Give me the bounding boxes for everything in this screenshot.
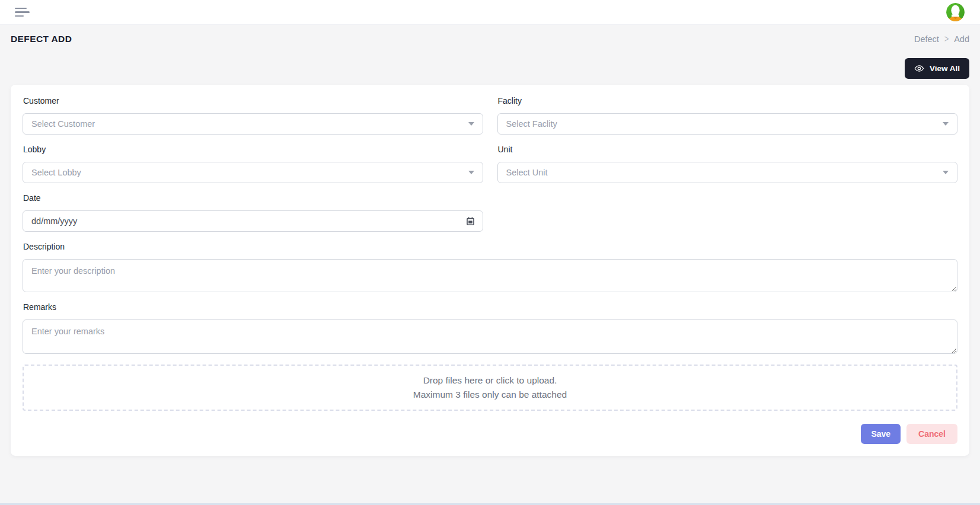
date-input[interactable]: dd/mm/yyyy: [23, 210, 483, 232]
description-textarea[interactable]: [23, 259, 957, 292]
defect-add-form: Customer Select Customer Faclity Select …: [23, 97, 957, 444]
date-field-spacer: [497, 194, 958, 232]
page-title: DEFECT ADD: [11, 34, 72, 44]
date-label: Date: [23, 194, 483, 202]
caret-down-icon: [943, 171, 949, 174]
breadcrumb-separator-icon: >: [944, 34, 949, 44]
file-dropzone[interactable]: Drop files here or click to upload. Maxi…: [23, 365, 957, 411]
date-input-placeholder: dd/mm/yyyy: [31, 216, 77, 226]
date-field: Date dd/mm/yyyy: [23, 194, 483, 232]
lobby-label: Lobby: [23, 145, 483, 154]
customer-label: Customer: [23, 97, 483, 105]
cancel-button[interactable]: Cancel: [906, 424, 957, 444]
unit-select-placeholder: Select Unit: [506, 168, 548, 177]
description-label: Description: [23, 242, 957, 251]
remarks-label: Remarks: [23, 303, 957, 311]
unit-select[interactable]: Select Unit: [497, 162, 958, 183]
remarks-field: Remarks: [23, 303, 957, 354]
caret-down-icon: [943, 122, 949, 126]
topbar: [0, 0, 980, 25]
calendar-icon[interactable]: [467, 217, 474, 225]
customer-field: Customer Select Customer: [23, 97, 483, 135]
defect-add-card: Customer Select Customer Faclity Select …: [11, 85, 969, 456]
lobby-select[interactable]: Select Lobby: [23, 162, 483, 183]
caret-down-icon: [468, 122, 474, 126]
user-avatar-icon: [946, 3, 965, 21]
save-button[interactable]: Save: [861, 424, 901, 444]
lobby-select-placeholder: Select Lobby: [31, 168, 81, 177]
user-avatar[interactable]: [946, 3, 965, 21]
facility-label: Faclity: [498, 97, 958, 105]
breadcrumb-item-add: Add: [954, 34, 969, 44]
unit-label: Unit: [498, 145, 958, 154]
remarks-textarea[interactable]: [23, 319, 957, 354]
dropzone-line1: Drop files here or click to upload.: [423, 375, 557, 387]
facility-select-placeholder: Select Faclity: [506, 119, 557, 129]
toolbar: View All: [11, 58, 969, 79]
page-header: DEFECT ADD Defect > Add: [11, 25, 969, 44]
view-all-button[interactable]: View All: [905, 58, 969, 79]
facility-field: Faclity Select Faclity: [497, 97, 958, 135]
caret-down-icon: [468, 171, 474, 174]
customer-select-placeholder: Select Customer: [31, 119, 95, 129]
eye-icon: [914, 65, 924, 72]
unit-field: Unit Select Unit: [497, 145, 958, 183]
lobby-field: Lobby Select Lobby: [23, 145, 483, 183]
breadcrumb: Defect > Add: [914, 34, 969, 44]
page-body: DEFECT ADD Defect > Add View All Custome…: [0, 25, 980, 505]
breadcrumb-item-defect[interactable]: Defect: [914, 34, 939, 44]
description-field: Description: [23, 242, 957, 292]
hamburger-menu-icon[interactable]: [14, 5, 31, 20]
facility-select[interactable]: Select Faclity: [497, 113, 958, 135]
dropzone-line2: Maximum 3 files only can be attached: [413, 389, 567, 401]
view-all-label: View All: [930, 64, 960, 73]
form-footer: Save Cancel: [23, 424, 957, 444]
customer-select[interactable]: Select Customer: [23, 113, 483, 135]
